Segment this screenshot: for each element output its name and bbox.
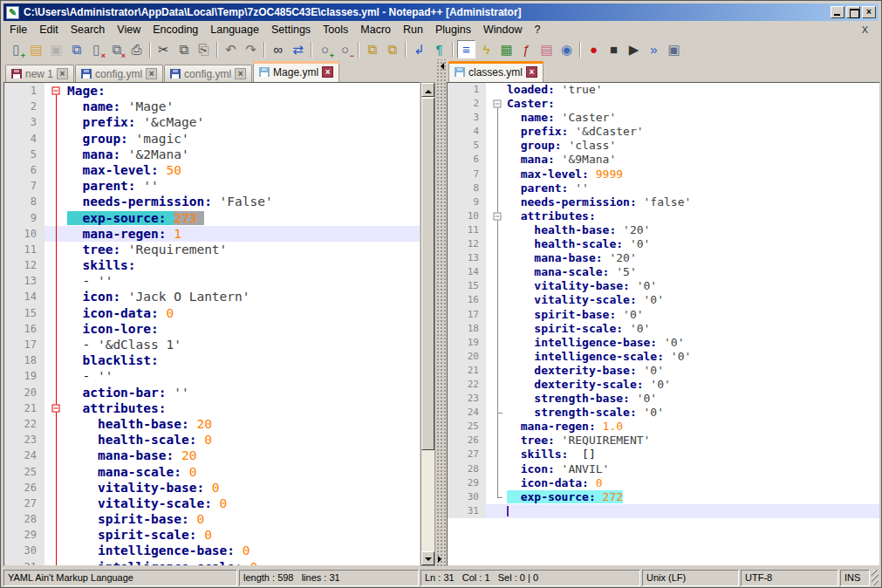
code-text[interactable]: name: 'Mage' bbox=[67, 99, 420, 114]
redo-icon[interactable]: ↷ bbox=[242, 40, 260, 58]
code-text[interactable]: mana-base: '20' bbox=[507, 251, 879, 265]
code-text[interactable]: icon-data: 0 bbox=[67, 305, 420, 321]
minimize-button[interactable] bbox=[831, 6, 844, 18]
code-text[interactable]: health-base: '20' bbox=[507, 223, 879, 237]
tab-close-icon[interactable]: × bbox=[235, 68, 246, 79]
code-text[interactable]: health-base: 20 bbox=[67, 416, 420, 432]
code-text[interactable]: skills: bbox=[67, 257, 420, 273]
code-text[interactable]: vitality-base: '0' bbox=[507, 279, 879, 293]
code-text[interactable]: max-level: 50 bbox=[67, 162, 420, 178]
code-text[interactable]: dexterity-scale: '0' bbox=[507, 378, 879, 392]
code-text[interactable]: attributes: bbox=[67, 400, 420, 416]
code-text[interactable]: attributes: bbox=[507, 209, 879, 223]
scroll-up-arrow-icon[interactable] bbox=[421, 83, 434, 97]
code-text[interactable]: parent: '' bbox=[67, 178, 420, 194]
code-text[interactable]: tree: 'REQUIREMENT' bbox=[507, 434, 879, 448]
replace-icon[interactable]: ⇄ bbox=[289, 40, 307, 58]
editor-pane-right[interactable]: 1loaded: 'true'2Caster:3 name: 'Caster'4… bbox=[447, 82, 880, 566]
show-all-characters-icon[interactable]: ¶ bbox=[430, 40, 448, 58]
paste-icon[interactable]: ⎘ bbox=[195, 40, 213, 58]
menu-item-settings[interactable]: Settings bbox=[265, 22, 317, 38]
code-text[interactable]: mana-scale: '5' bbox=[507, 265, 879, 279]
code-text[interactable]: group: 'magic' bbox=[67, 131, 420, 147]
code-text[interactable]: intelligence-base: '0' bbox=[507, 336, 879, 350]
close-button[interactable]: × bbox=[862, 6, 876, 18]
code-text[interactable]: - '' bbox=[67, 368, 420, 384]
function-list-icon[interactable]: ƒ bbox=[517, 40, 536, 58]
tab-close-icon[interactable]: × bbox=[57, 68, 68, 79]
tab-close-icon[interactable]: × bbox=[146, 68, 157, 79]
code-text[interactable]: prefix: '&cMage' bbox=[67, 114, 420, 130]
code-text[interactable]: exp-source: 273 bbox=[67, 210, 420, 226]
sync-vertical-scroll-icon[interactable]: ⧉ bbox=[363, 40, 381, 58]
code-text[interactable]: strength-base: '0' bbox=[507, 392, 879, 406]
menu-item-view[interactable]: View bbox=[111, 22, 147, 38]
code-text[interactable]: mana-base: 20 bbox=[67, 448, 420, 463]
code-text[interactable]: mana: '&9Mana' bbox=[507, 153, 879, 167]
code-text[interactable]: mana-regen: 1 bbox=[67, 226, 420, 242]
menu-item-window[interactable]: Window bbox=[477, 22, 528, 38]
document-map-icon[interactable]: ▦ bbox=[497, 40, 516, 58]
fold-margin-marker[interactable] bbox=[486, 97, 507, 111]
fold-margin-marker[interactable] bbox=[44, 83, 67, 99]
menu-item-search[interactable]: Search bbox=[65, 22, 112, 38]
code-text[interactable]: intelligence-scale: 0 bbox=[67, 559, 420, 566]
start-recording-icon[interactable]: ● bbox=[585, 40, 603, 58]
menu-item-run[interactable]: Run bbox=[397, 22, 429, 38]
tab-mage-yml[interactable]: Mage.yml× bbox=[253, 61, 339, 82]
word-wrap-icon[interactable]: ↲ bbox=[410, 40, 428, 58]
code-text[interactable]: vitality-scale: '0' bbox=[507, 293, 879, 307]
code-text[interactable]: mana-regen: 1.0 bbox=[507, 420, 879, 434]
document-close-icon[interactable]: X bbox=[862, 24, 879, 35]
code-text[interactable]: icon-data: 0 bbox=[507, 476, 879, 490]
copy-icon[interactable]: ⧉ bbox=[174, 40, 193, 58]
undo-icon[interactable]: ↶ bbox=[222, 40, 240, 58]
new-file-icon[interactable]: ▯+ bbox=[7, 40, 25, 58]
menu-item-tools[interactable]: Tools bbox=[317, 22, 354, 38]
tab-new-1[interactable]: new 1× bbox=[5, 65, 74, 82]
code-text[interactable]: intelligence-scale: '0' bbox=[507, 350, 879, 364]
maximize-button[interactable] bbox=[846, 6, 860, 18]
save-all-icon[interactable]: ⧉ bbox=[67, 40, 85, 58]
code-text[interactable]: dexterity-base: '0' bbox=[507, 364, 879, 378]
code-text[interactable]: needs-permission: 'false' bbox=[507, 195, 879, 209]
code-text[interactable]: icon: 'ANVIL' bbox=[507, 462, 879, 476]
menu-item-plugins[interactable]: Plugins bbox=[429, 22, 477, 38]
stop-recording-icon[interactable]: ■ bbox=[605, 40, 623, 58]
code-text[interactable]: strength-scale: '0' bbox=[507, 406, 879, 420]
code-text[interactable]: parent: '' bbox=[507, 181, 879, 195]
code-text[interactable]: icon: 'Jack O Lantern' bbox=[67, 289, 420, 304]
tab-config-yml[interactable]: config.yml× bbox=[164, 65, 252, 82]
find-icon[interactable]: ∞ bbox=[269, 40, 287, 58]
sync-horizontal-scroll-icon[interactable]: ⧉ bbox=[383, 40, 401, 58]
save-macro-icon[interactable]: ▣ bbox=[665, 40, 683, 58]
code-text[interactable]: vitality-scale: 0 bbox=[67, 496, 420, 511]
code-text[interactable]: needs-permission: 'False' bbox=[67, 194, 420, 209]
zoom-in-icon[interactable]: ○+ bbox=[316, 40, 334, 58]
document-monitoring-icon[interactable]: ◉ bbox=[557, 40, 576, 58]
code-text[interactable]: prefix: '&dCaster' bbox=[507, 125, 879, 139]
zoom-out-icon[interactable]: ○− bbox=[336, 40, 354, 58]
user-define-dialog-icon[interactable]: ϟ bbox=[477, 40, 496, 58]
resize-grip-icon[interactable] bbox=[872, 570, 879, 585]
code-text[interactable]: tree: 'Requirement' bbox=[67, 242, 420, 257]
scroll-down-arrow-icon[interactable] bbox=[421, 551, 434, 565]
editor-pane-left[interactable]: 1Mage:2 name: 'Mage'3 prefix: '&cMage'4 … bbox=[3, 82, 420, 566]
indent-guide-icon[interactable]: ≡ bbox=[457, 40, 475, 58]
fold-margin-marker[interactable] bbox=[44, 400, 67, 416]
menu-item-macro[interactable]: Macro bbox=[354, 22, 397, 38]
run-macro-multiple-icon[interactable]: » bbox=[645, 40, 663, 58]
code-text[interactable] bbox=[507, 504, 879, 518]
menu-item-?[interactable]: ? bbox=[528, 22, 546, 38]
print-icon[interactable]: ⎙ bbox=[127, 40, 146, 58]
save-icon[interactable]: ▣ bbox=[47, 40, 65, 58]
code-text[interactable]: loaded: 'true' bbox=[507, 83, 879, 97]
code-text[interactable]: icon-lore: bbox=[67, 321, 420, 337]
code-text[interactable]: Mage: bbox=[67, 83, 420, 99]
code-text[interactable]: mana-scale: 0 bbox=[67, 464, 420, 480]
playback-macro-icon[interactable]: ▶ bbox=[625, 40, 643, 58]
cut-icon[interactable]: ✂ bbox=[154, 40, 173, 58]
code-text[interactable]: - '&dClass 1' bbox=[67, 337, 420, 352]
code-text[interactable]: vitality-base: 0 bbox=[67, 480, 420, 496]
code-text[interactable]: health-scale: 0 bbox=[67, 432, 420, 448]
